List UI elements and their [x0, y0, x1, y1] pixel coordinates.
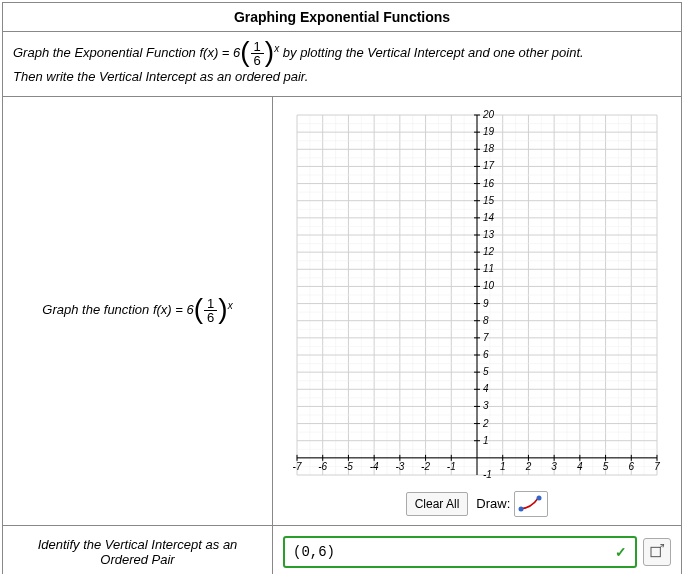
svg-text:19: 19	[483, 126, 495, 137]
fraction: 16	[251, 40, 264, 67]
check-icon: ✓	[615, 544, 627, 560]
svg-text:2: 2	[482, 417, 489, 428]
answer-cell: (0,6) ✓	[273, 526, 681, 574]
svg-text:15: 15	[483, 195, 495, 206]
svg-text:5: 5	[483, 366, 489, 377]
answer-value: (0,6)	[293, 544, 335, 560]
draw-tool-curve-button[interactable]	[514, 491, 548, 517]
svg-text:20: 20	[482, 109, 495, 120]
svg-text:17: 17	[483, 160, 495, 171]
svg-text:14: 14	[483, 212, 495, 223]
instr-func: f(x) = 6(16)x	[199, 45, 279, 60]
svg-text:1: 1	[483, 435, 489, 446]
answer-row: Identify the Vertical Intercept as an Or…	[3, 526, 681, 574]
svg-point-143	[519, 506, 524, 511]
graph-area: -7-6-5-4-3-2-112345671234567891011121314…	[273, 97, 681, 525]
svg-text:-2: -2	[421, 461, 430, 472]
svg-text:10: 10	[483, 280, 495, 291]
svg-text:5: 5	[603, 461, 609, 472]
svg-text:-1: -1	[447, 461, 456, 472]
question-container: Graphing Exponential Functions Graph the…	[2, 2, 682, 574]
gp-pre: Graph the function	[42, 302, 153, 317]
identify-label: Identify the Vertical Intercept as an Or…	[3, 526, 273, 574]
coordinate-grid[interactable]: -7-6-5-4-3-2-112345671234567891011121314…	[287, 105, 667, 485]
svg-text:-4: -4	[370, 461, 379, 472]
svg-text:-6: -6	[318, 461, 327, 472]
answer-input[interactable]: (0,6) ✓	[283, 536, 637, 568]
svg-rect-145	[651, 547, 660, 556]
svg-text:8: 8	[483, 315, 489, 326]
svg-text:9: 9	[483, 297, 489, 308]
svg-text:6: 6	[629, 461, 635, 472]
instr-pre: Graph the Exponential Function	[13, 45, 199, 60]
section-title: Graphing Exponential Functions	[3, 3, 681, 32]
svg-text:3: 3	[551, 461, 557, 472]
svg-text:2: 2	[525, 461, 532, 472]
graph-row: Graph the function f(x) = 6(16)x -7-6-5-…	[3, 97, 681, 526]
svg-text:1: 1	[500, 461, 506, 472]
preview-button[interactable]	[643, 538, 671, 566]
svg-text:18: 18	[483, 143, 495, 154]
instr-mid: by plotting the Vertical Intercept and o…	[279, 45, 584, 60]
gp-func: f(x) = 6(16)x	[153, 302, 233, 317]
svg-text:12: 12	[483, 246, 495, 257]
svg-text:4: 4	[577, 461, 583, 472]
svg-text:7: 7	[654, 461, 660, 472]
svg-text:-7: -7	[293, 461, 302, 472]
svg-text:-3: -3	[395, 461, 404, 472]
svg-point-144	[537, 495, 542, 500]
clear-all-button[interactable]: Clear All	[406, 492, 469, 516]
svg-text:11: 11	[483, 263, 494, 274]
svg-text:-5: -5	[344, 461, 353, 472]
instructions: Graph the Exponential Function f(x) = 6(…	[3, 32, 681, 97]
instr-line2: Then write the Vertical Intercept as an …	[13, 69, 308, 84]
draw-label: Draw:	[476, 496, 510, 511]
svg-text:6: 6	[483, 349, 489, 360]
svg-text:7: 7	[483, 332, 489, 343]
curve-icon	[517, 495, 545, 513]
graph-toolbar: Clear All Draw:	[406, 491, 549, 517]
svg-text:3: 3	[483, 400, 489, 411]
svg-text:16: 16	[483, 177, 495, 188]
svg-text:13: 13	[483, 229, 495, 240]
svg-text:-1: -1	[483, 469, 492, 480]
preview-icon	[649, 544, 665, 560]
graph-prompt: Graph the function f(x) = 6(16)x	[3, 97, 273, 525]
svg-text:4: 4	[483, 383, 489, 394]
